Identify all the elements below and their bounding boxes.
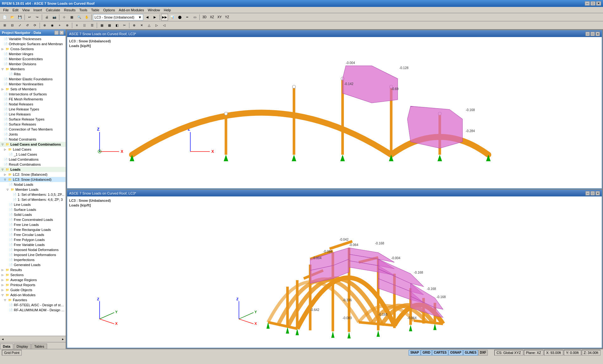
tb2-btn21[interactable]: ◁	[161, 22, 168, 29]
expand-guideobj[interactable]: ▷	[1, 288, 4, 292]
tree-item-nonlin[interactable]: 📄 Member Nonlinearities	[0, 82, 66, 87]
tree-item-linereltypes[interactable]: 📄 Line Release Types	[0, 107, 66, 112]
tree-item-variable-thick[interactable]: 📄 Variable Thicknesses	[0, 36, 66, 41]
tree-item-intersect[interactable]: 📄 Intersections of Surfaces	[0, 92, 66, 97]
tree-item-nodalrel[interactable]: 📄 Nodal Releases	[0, 102, 66, 107]
panel-close-btn[interactable]: ✕	[59, 30, 64, 35]
tree-item-loads[interactable]: ▽ 📁 Loads	[0, 167, 66, 172]
tree-item-surfrel[interactable]: 📄 Surface Releases	[0, 122, 66, 127]
tree-item-results[interactable]: ▷ 📁 Results	[0, 267, 66, 272]
tb2-btn2[interactable]: ⊟	[9, 22, 16, 29]
tb2-btn20[interactable]: ▷	[153, 22, 160, 29]
tb2-btn5[interactable]: ⟳	[31, 22, 38, 29]
tb2-btn15[interactable]: ◧	[113, 22, 120, 29]
close-button[interactable]: ✕	[596, 1, 601, 6]
expand-cross[interactable]: ▷	[1, 47, 4, 51]
yz-btn[interactable]: YZ	[224, 14, 231, 21]
tb2-btn11[interactable]: ⌻	[81, 22, 88, 29]
viewport-top-canvas[interactable]: LC3 : Snow (Unbalanced) Loads [kip/ft] Z	[67, 37, 602, 188]
prev-btn[interactable]: ◀	[144, 14, 151, 21]
tree-item-lc2[interactable]: ▷ 📁 LC2: Snow (Balanced)	[0, 172, 66, 177]
tree-item-freecirc[interactable]: 📄 Free Circular Loads	[0, 232, 66, 237]
expand-favorites[interactable]: ▽	[3, 298, 7, 302]
expand-lccomb[interactable]: ▽	[1, 142, 4, 146]
menu-insert[interactable]: Insert	[31, 8, 44, 13]
tree-item-setmem2[interactable]: 📄 1: Set of Members: 4,6; ZP; 3	[0, 197, 66, 202]
tree-scroll-right[interactable]: ►	[62, 338, 64, 341]
expand-addons[interactable]: ▽	[1, 293, 4, 297]
tree-item-lccomb[interactable]: ▽ 📁 Load Cases and Combinations	[0, 142, 66, 147]
tree-item-divisions[interactable]: 📄 Member Divisions	[0, 62, 66, 67]
calc-btn[interactable]: ▶▶	[161, 14, 168, 21]
tb2-btn16[interactable]: ✂	[121, 22, 128, 29]
undo-btn[interactable]: ↩	[26, 14, 33, 21]
tree-item-freeconc[interactable]: 📄 Free Concentrated Loads	[0, 217, 66, 222]
tree-item-impnodaldef[interactable]: 📄 Imposed Nodal Deformations	[0, 247, 66, 252]
tree-item-surfreltypes[interactable]: 📄 Surface Release Types	[0, 117, 66, 122]
tree-item-surfloads[interactable]: 📄 Surface Loads	[0, 207, 66, 212]
menu-calculate[interactable]: Calculate	[44, 8, 62, 13]
snap-btn-dxf[interactable]: DXF	[478, 350, 488, 356]
select-btn[interactable]: ▦	[68, 14, 75, 21]
load-case-dropdown[interactable]: LC3 - Snow (Unbalanced) ▼	[93, 14, 143, 20]
vp-top-max[interactable]: □	[590, 32, 595, 36]
tree-item-freeline[interactable]: 📄 Free Line Loads	[0, 222, 66, 227]
print-btn[interactable]: 🖨	[43, 14, 50, 21]
expand-setmem[interactable]: ▷	[1, 87, 4, 91]
tb2-btn18[interactable]: ✕	[138, 22, 145, 29]
expand-sections[interactable]: ▷	[1, 273, 4, 277]
tree-item-loadcomb[interactable]: 📄 Load Combinations	[0, 157, 66, 162]
menu-edit[interactable]: Edit	[11, 8, 20, 13]
tree-item-freepoly[interactable]: 📄 Free Polygon Loads	[0, 237, 66, 242]
tree-item-lc[interactable]: ▷ 📁 Load Cases	[0, 147, 66, 152]
tb2-btn10[interactable]: ≡	[73, 22, 80, 29]
tree-item-members[interactable]: ▽ 📁 Members	[0, 67, 66, 72]
tb2-btn7[interactable]: ◉	[49, 22, 56, 29]
tb2-btn6[interactable]: ⊕	[41, 22, 48, 29]
tree-item-joints[interactable]: 📄 Joints	[0, 132, 66, 137]
expand-loads[interactable]: ▽	[1, 168, 4, 171]
zoom-btn[interactable]: 🔍	[76, 14, 83, 21]
expand-printout[interactable]: ▷	[1, 283, 4, 287]
tb2-btn8[interactable]: ⌖	[56, 22, 63, 29]
panel-min-btn[interactable]: ─	[54, 30, 59, 35]
redo-btn[interactable]: ↪	[34, 14, 41, 21]
surface-btn[interactable]: ▭	[191, 14, 198, 21]
snap-btn-snap[interactable]: SNAP	[409, 350, 421, 356]
tree-item-ortho[interactable]: 📄 Orthotropic Surfaces and Membran	[0, 41, 66, 46]
menu-results[interactable]: Results	[62, 8, 78, 13]
menu-help[interactable]: Help	[162, 8, 173, 13]
tree-item-linerel[interactable]: 📄 Line Releases	[0, 112, 66, 117]
tree-item-eccen[interactable]: 📄 Member Eccentricities	[0, 56, 66, 62]
tree-item-elastic[interactable]: 📄 Member Elastic Foundations	[0, 77, 66, 82]
tb2-btn17[interactable]: ⊕	[131, 22, 138, 29]
result-btn[interactable]: 📊	[169, 14, 176, 21]
tree-item-solidloads[interactable]: 📄 Solid Loads	[0, 212, 66, 217]
tree-item-ribs[interactable]: 📄 Ribs	[0, 72, 66, 77]
xy-btn[interactable]: XY	[216, 14, 223, 21]
tb2-btn12[interactable]: ☰	[89, 22, 95, 29]
tree-item-rfaluminum[interactable]: 📄 RF-ALUMINUM ADM - Design c v	[0, 308, 66, 313]
tree-item-hinges[interactable]: 📄 Member Hinges	[0, 51, 66, 56]
expand-results[interactable]: ▷	[1, 268, 4, 272]
minimize-button[interactable]: ─	[585, 1, 590, 6]
3d-btn[interactable]: 3D	[201, 14, 208, 21]
tree-item-implinedef[interactable]: 📄 Imposed Line Deformations	[0, 252, 66, 257]
snap-btn-osnap[interactable]: OSNAP	[448, 350, 463, 356]
tree-item-guideobj[interactable]: ▷ 📁 Guide Objects	[0, 287, 66, 292]
tree-item-sections[interactable]: ▷ 📁 Sections	[0, 272, 66, 277]
tree-item-conntwomem[interactable]: 📄 Connection of Two Members	[0, 127, 66, 132]
tree-scroll-left[interactable]: ◄	[1, 338, 4, 341]
tb2-btn3[interactable]: ⤢	[16, 22, 23, 29]
cursor-btn[interactable]: ⊹	[61, 14, 68, 21]
expand-memloads[interactable]: ▽	[6, 188, 9, 191]
tab-display[interactable]: Display	[14, 344, 31, 349]
tb2-btn1[interactable]: ⊞	[1, 22, 8, 29]
vp-bot-close[interactable]: ✕	[595, 191, 600, 195]
tree-item-setmembers[interactable]: ▷ 📁 Sets of Members	[0, 87, 66, 92]
tab-data[interactable]: Data	[0, 344, 13, 349]
tree-item-lineloads[interactable]: 📄 Line Loads	[0, 202, 66, 207]
tree-item-cross[interactable]: ▷ 📁 Cross-Sections	[0, 46, 66, 51]
camera-btn[interactable]: 📷	[51, 14, 58, 21]
save-btn[interactable]: 💾	[16, 14, 23, 21]
